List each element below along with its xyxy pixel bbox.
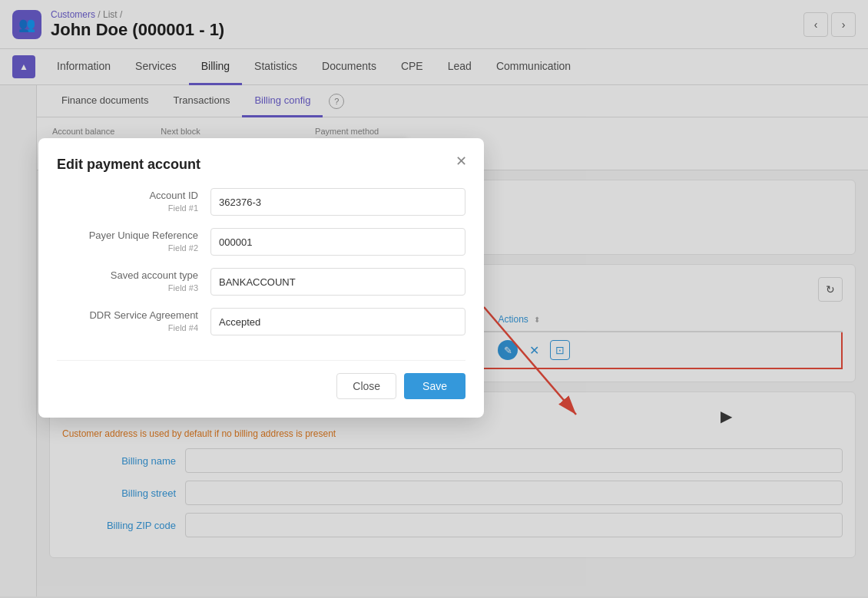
- modal-input-account-type[interactable]: [210, 268, 465, 296]
- modal-sublabel-account-type: Field #3: [57, 282, 198, 294]
- modal-footer: Close Save: [57, 360, 465, 399]
- modal-close-button[interactable]: ✕: [450, 150, 472, 172]
- modal-sublabel-ddr: Field #4: [57, 322, 198, 334]
- modal-input-payer-ref[interactable]: [210, 228, 465, 256]
- modal-label-ddr: DDR Service AgreementField #4: [57, 309, 210, 335]
- modal-label-account-id: Account IDField #1: [57, 189, 210, 215]
- modal-row-ddr: DDR Service AgreementField #4: [57, 308, 465, 335]
- modal-label-payer-ref: Payer Unique ReferenceField #2: [57, 229, 210, 255]
- modal-label-account-type: Saved account typeField #3: [57, 269, 210, 295]
- modal-row-account-id: Account IDField #1: [57, 188, 465, 216]
- modal-row-payer-ref: Payer Unique ReferenceField #2: [57, 228, 465, 256]
- modal-input-account-id[interactable]: [210, 188, 465, 216]
- modal-row-account-type: Saved account typeField #3: [57, 268, 465, 296]
- modal-sublabel-payer-ref: Field #2: [57, 243, 198, 254]
- modal-close-button-footer[interactable]: Close: [336, 373, 396, 399]
- modal-title: Edit payment account: [57, 157, 465, 173]
- modal-overlay: Edit payment account ✕ Account IDField #…: [0, 0, 868, 598]
- modal-input-ddr[interactable]: [210, 308, 465, 335]
- modal-sublabel-account-id: Field #1: [57, 203, 198, 214]
- modal-save-button[interactable]: Save: [404, 373, 465, 399]
- edit-payment-account-modal: Edit payment account ✕ Account IDField #…: [38, 138, 484, 418]
